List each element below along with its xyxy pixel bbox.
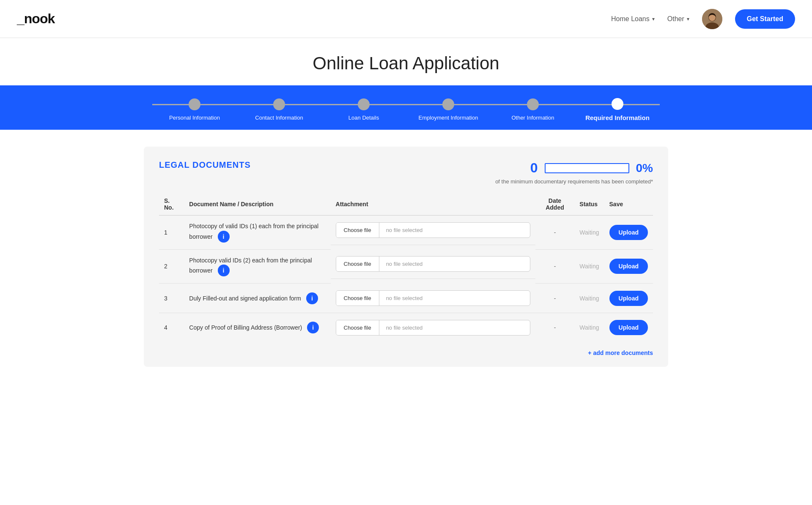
progress-label: of the minimum documentary requirements … xyxy=(495,178,653,185)
file-input-wrapper: Choose file no file selected xyxy=(336,290,530,306)
legal-title: LEGAL DOCUMENTS xyxy=(159,160,251,170)
stepper-step-personal[interactable]: Personal Information xyxy=(152,98,237,121)
main-content: LEGAL DOCUMENTS 0 0% of the minimum docu… xyxy=(127,147,685,367)
row-date: - xyxy=(535,249,575,284)
step-dot-required xyxy=(612,98,623,110)
stepper-step-employment[interactable]: Employment Information xyxy=(406,98,491,121)
row-status: Waiting xyxy=(574,313,604,342)
row-doc-name: Photocopy of valid IDs (1) each from the… xyxy=(184,216,330,250)
choose-file-button[interactable]: Choose file xyxy=(336,320,379,335)
step-dot-other xyxy=(527,98,539,110)
file-input-wrapper: Choose file no file selected xyxy=(336,320,530,336)
step-label-personal: Personal Information xyxy=(169,115,220,121)
get-started-button[interactable]: Get Started xyxy=(735,9,795,29)
step-dot-employment xyxy=(442,98,454,110)
stepper-track: Personal Information Contact Information… xyxy=(152,98,660,121)
table-row: 4 Copy of Proof of Billing Address (Borr… xyxy=(159,313,653,342)
col-save: Save xyxy=(604,193,653,216)
row-date: - xyxy=(535,313,575,342)
step-label-required: Required Information xyxy=(585,114,650,121)
step-dot-loan xyxy=(358,98,370,110)
col-date-added: Date Added xyxy=(535,193,575,216)
row-status: Waiting xyxy=(574,284,604,313)
row-save: Upload xyxy=(604,284,653,313)
row-save: Upload xyxy=(604,249,653,284)
avatar[interactable] xyxy=(702,9,722,29)
add-more-link[interactable]: + add more documents xyxy=(588,349,653,356)
table-row: 2 Photocopy valid IDs (2) each from the … xyxy=(159,249,653,284)
file-input-wrapper: Choose file no file selected xyxy=(336,222,530,238)
file-name-label: no file selected xyxy=(379,320,530,335)
nav-right: Home Loans ▾ Other ▾ Get Started xyxy=(611,9,795,29)
file-name-label: no file selected xyxy=(379,291,530,306)
row-attachment: Choose file no file selected xyxy=(331,284,535,313)
choose-file-button[interactable]: Choose file xyxy=(336,257,379,271)
step-dot-contact xyxy=(273,98,285,110)
row-sno: 4 xyxy=(159,313,184,342)
progress-pct: 0% xyxy=(636,161,653,175)
file-input-wrapper: Choose file no file selected xyxy=(336,256,530,272)
step-label-contact: Contact Information xyxy=(255,115,303,121)
page-title: Online Loan Application xyxy=(0,38,812,74)
file-name-label: no file selected xyxy=(379,257,530,271)
progress-bar-wrapper xyxy=(545,163,629,173)
row-status: Waiting xyxy=(574,216,604,250)
stepper-step-other[interactable]: Other Information xyxy=(491,98,575,121)
row-status: Waiting xyxy=(574,249,604,284)
stepper-step-contact[interactable]: Contact Information xyxy=(237,98,321,121)
upload-button[interactable]: Upload xyxy=(609,225,648,240)
row-attachment: Choose file no file selected xyxy=(331,249,535,279)
progress-count: 0 xyxy=(530,160,538,176)
legal-documents-card: LEGAL DOCUMENTS 0 0% of the minimum docu… xyxy=(144,147,668,367)
documents-table: S. No. Document Name / Description Attac… xyxy=(159,193,653,342)
avatar-image xyxy=(702,9,722,29)
progress-section: 0 0% of the minimum documentary requirem… xyxy=(495,160,653,185)
step-label-loan: Loan Details xyxy=(348,115,379,121)
nav-other[interactable]: Other ▾ xyxy=(667,15,689,23)
file-name-label: no file selected xyxy=(379,223,530,237)
info-icon-button[interactable]: i xyxy=(218,265,230,276)
col-sno: S. No. xyxy=(159,193,184,216)
info-icon-button[interactable]: i xyxy=(306,292,318,304)
row-attachment: Choose file no file selected xyxy=(331,216,535,245)
home-loans-label: Home Loans xyxy=(611,15,650,23)
step-dot-personal xyxy=(189,98,200,110)
stepper-step-required[interactable]: Required Information xyxy=(575,98,660,121)
upload-button[interactable]: Upload xyxy=(609,291,648,306)
info-icon-button[interactable]: i xyxy=(307,322,319,333)
legal-card-header: LEGAL DOCUMENTS 0 0% of the minimum docu… xyxy=(159,160,653,185)
navbar: _nook Home Loans ▾ Other ▾ Get Started xyxy=(0,0,812,38)
progress-top: 0 0% xyxy=(530,160,653,176)
table-row: 3 Duly Filled-out and signed application… xyxy=(159,284,653,313)
row-date: - xyxy=(535,216,575,250)
other-label: Other xyxy=(667,15,684,23)
stepper-bar: Personal Information Contact Information… xyxy=(0,85,812,130)
logo: _nook xyxy=(17,11,55,27)
upload-button[interactable]: Upload xyxy=(609,320,648,335)
row-save: Upload xyxy=(604,313,653,342)
row-sno: 3 xyxy=(159,284,184,313)
row-attachment: Choose file no file selected xyxy=(331,313,535,342)
col-status: Status xyxy=(574,193,604,216)
other-chevron-icon: ▾ xyxy=(687,16,689,22)
choose-file-button[interactable]: Choose file xyxy=(336,291,379,306)
row-sno: 1 xyxy=(159,216,184,250)
step-label-employment: Employment Information xyxy=(419,115,478,121)
row-doc-name: Photocopy valid IDs (2) each from the pr… xyxy=(184,249,330,284)
col-attachment: Attachment xyxy=(331,193,535,216)
info-icon-button[interactable]: i xyxy=(218,231,230,243)
choose-file-button[interactable]: Choose file xyxy=(336,223,379,237)
row-date: - xyxy=(535,284,575,313)
home-loans-chevron-icon: ▾ xyxy=(652,16,655,22)
add-more-section: + add more documents xyxy=(159,349,653,357)
upload-button[interactable]: Upload xyxy=(609,259,648,274)
table-row: 1 Photocopy of valid IDs (1) each from t… xyxy=(159,216,653,250)
nav-home-loans[interactable]: Home Loans ▾ xyxy=(611,15,655,23)
row-save: Upload xyxy=(604,216,653,250)
col-doc-name: Document Name / Description xyxy=(184,193,330,216)
stepper-step-loan[interactable]: Loan Details xyxy=(321,98,406,121)
row-doc-name: Duly Filled-out and signed application f… xyxy=(184,284,330,313)
row-doc-name: Copy of Proof of Billing Address (Borrow… xyxy=(184,313,330,342)
step-label-other: Other Information xyxy=(511,115,554,121)
row-sno: 2 xyxy=(159,249,184,284)
